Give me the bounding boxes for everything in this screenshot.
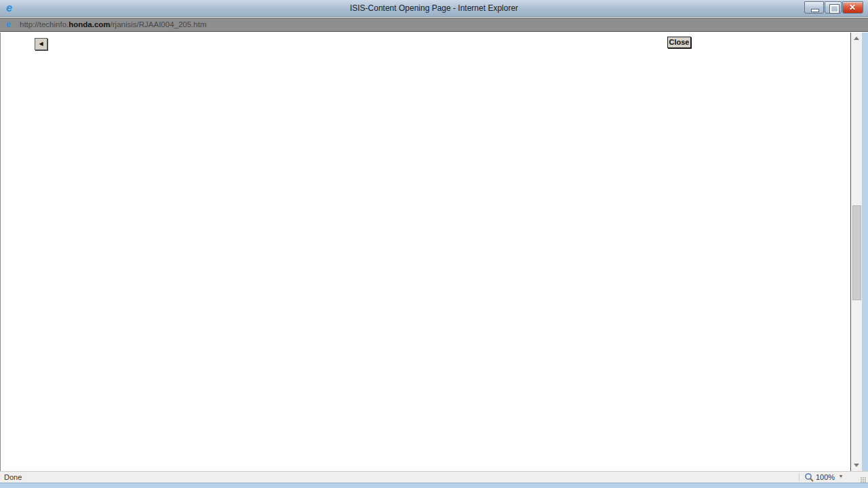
scrollbar-down-button[interactable] [851, 460, 862, 471]
page-content [0, 33, 850, 471]
maximize-button[interactable] [825, 1, 842, 14]
address-bar[interactable]: e http://techinfo.honda.com/rjanisis/RJA… [0, 18, 868, 32]
scrollbar-thumb[interactable] [852, 205, 861, 300]
ie-window: { "window": { "title": "ISIS-Content Ope… [0, 0, 868, 488]
window-right-border [862, 33, 868, 471]
status-separator [799, 473, 800, 481]
zoom-dropdown-icon[interactable]: ▾ [840, 473, 842, 479]
scroll-down-icon [854, 464, 859, 467]
page-favicon-ie-icon: e [6, 20, 11, 29]
close-window-button[interactable]: ✕ [842, 1, 863, 14]
url-prefix: http://techinfo. [20, 20, 68, 28]
status-bar: Done 100% ▾ [0, 471, 868, 483]
minimize-button[interactable] [804, 1, 824, 14]
title-bar: e ISIS-Content Opening Page - Internet E… [0, 0, 868, 17]
window-title: ISIS-Content Opening Page - Internet Exp… [0, 3, 868, 13]
scroll-up-icon [854, 37, 859, 40]
window-bottom-border [0, 483, 868, 488]
url-domain: honda.com [68, 20, 110, 28]
url-path: /rjanisis/RJAAI004_205.htm [111, 20, 207, 28]
back-arrow-button[interactable]: ◀ [35, 38, 47, 50]
zoom-level: 100% [816, 473, 835, 481]
url-text: http://techinfo.honda.com/rjanisis/RJAAI… [20, 20, 207, 28]
resize-grip[interactable] [861, 477, 866, 483]
status-text: Done [4, 473, 22, 481]
vertical-scrollbar[interactable] [850, 33, 862, 471]
scrollbar-up-button[interactable] [851, 33, 862, 44]
close-icon: ✕ [849, 3, 856, 12]
minimize-icon [811, 9, 819, 12]
magnifier-icon [804, 472, 814, 482]
close-page-button[interactable]: Close [667, 37, 691, 48]
maximize-icon [830, 5, 839, 13]
